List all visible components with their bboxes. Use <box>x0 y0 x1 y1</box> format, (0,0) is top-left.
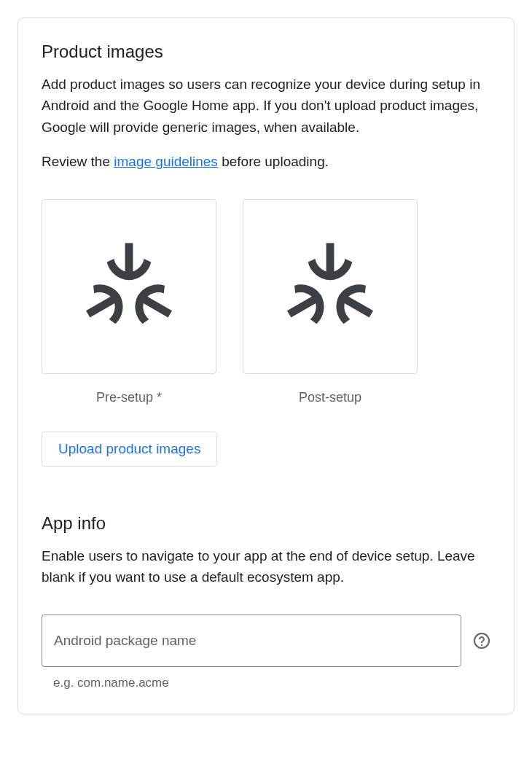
package-name-row <box>42 615 490 667</box>
settings-card: Product images Add product images so use… <box>17 17 515 714</box>
product-images-review: Review the image guidelines before uploa… <box>42 151 490 172</box>
pre-setup-caption: Pre-setup * <box>96 390 162 405</box>
pre-setup-image-box[interactable] <box>42 199 216 374</box>
pre-setup-slot: Pre-setup * <box>42 199 216 405</box>
review-suffix: before uploading. <box>218 154 329 169</box>
image-guidelines-link[interactable]: image guidelines <box>114 154 218 169</box>
product-images-description: Add product images so users can recogniz… <box>42 74 490 138</box>
upload-product-images-button[interactable]: Upload product images <box>42 432 217 467</box>
post-setup-image-box[interactable] <box>243 199 418 374</box>
app-info-title: App info <box>42 513 490 534</box>
help-icon[interactable] <box>473 632 490 650</box>
package-name-field <box>42 615 461 667</box>
matter-placeholder-icon <box>82 243 176 330</box>
matter-placeholder-icon <box>283 243 378 330</box>
product-images-title: Product images <box>42 42 490 62</box>
post-setup-caption: Post-setup <box>299 390 361 405</box>
app-info-description: Enable users to navigate to your app at … <box>42 545 490 588</box>
post-setup-slot: Post-setup <box>243 199 418 405</box>
review-prefix: Review the <box>42 154 114 169</box>
android-package-name-input[interactable] <box>42 615 461 667</box>
product-image-slots: Pre-setup * Post-setup <box>42 199 490 405</box>
package-name-hint: e.g. com.name.acme <box>53 676 490 690</box>
